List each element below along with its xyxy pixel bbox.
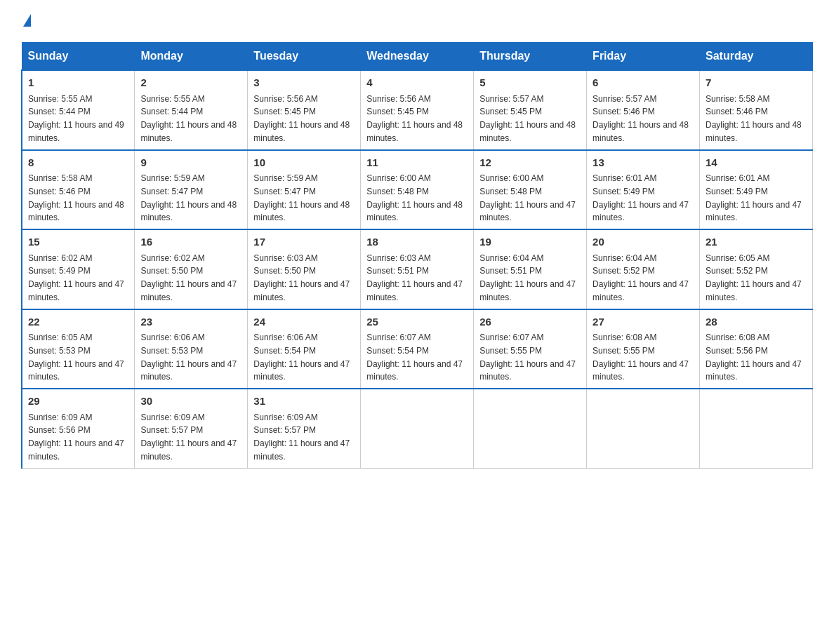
calendar-cell: 15Sunrise: 6:02 AMSunset: 5:49 PMDayligh… bbox=[22, 229, 135, 309]
calendar-cell: 27Sunrise: 6:08 AMSunset: 5:55 PMDayligh… bbox=[587, 309, 700, 389]
day-number: 9 bbox=[140, 155, 241, 171]
calendar-cell: 22Sunrise: 6:05 AMSunset: 5:53 PMDayligh… bbox=[22, 309, 135, 389]
day-info: Sunrise: 5:55 AMSunset: 5:44 PMDaylight:… bbox=[28, 94, 124, 143]
day-info: Sunrise: 6:04 AMSunset: 5:51 PMDaylight:… bbox=[479, 253, 576, 302]
day-info: Sunrise: 5:58 AMSunset: 5:46 PMDaylight:… bbox=[706, 94, 802, 143]
calendar-cell bbox=[474, 389, 587, 468]
day-info: Sunrise: 5:57 AMSunset: 5:45 PMDaylight:… bbox=[479, 94, 576, 143]
calendar-cell: 29Sunrise: 6:09 AMSunset: 5:56 PMDayligh… bbox=[22, 389, 135, 468]
calendar-cell bbox=[700, 389, 813, 468]
day-number: 22 bbox=[28, 314, 128, 330]
day-info: Sunrise: 6:03 AMSunset: 5:51 PMDaylight:… bbox=[366, 253, 463, 302]
calendar-cell: 30Sunrise: 6:09 AMSunset: 5:57 PMDayligh… bbox=[135, 389, 248, 468]
calendar-cell bbox=[587, 389, 700, 468]
day-number: 5 bbox=[479, 75, 581, 91]
day-number: 4 bbox=[366, 75, 468, 91]
day-number: 10 bbox=[253, 155, 355, 171]
day-number: 25 bbox=[366, 314, 468, 330]
day-info: Sunrise: 6:03 AMSunset: 5:50 PMDaylight:… bbox=[253, 253, 350, 302]
day-info: Sunrise: 5:55 AMSunset: 5:44 PMDaylight:… bbox=[140, 94, 237, 143]
day-number: 24 bbox=[253, 314, 355, 330]
calendar-cell: 14Sunrise: 6:01 AMSunset: 5:49 PMDayligh… bbox=[700, 150, 813, 230]
day-number: 26 bbox=[479, 314, 581, 330]
col-header-wednesday: Wednesday bbox=[361, 43, 474, 71]
day-number: 17 bbox=[253, 234, 355, 250]
day-info: Sunrise: 6:07 AMSunset: 5:54 PMDaylight:… bbox=[366, 333, 463, 382]
col-header-thursday: Thursday bbox=[474, 43, 587, 71]
day-info: Sunrise: 5:56 AMSunset: 5:45 PMDaylight:… bbox=[366, 94, 463, 143]
day-number: 14 bbox=[706, 155, 807, 171]
day-info: Sunrise: 6:05 AMSunset: 5:52 PMDaylight:… bbox=[706, 253, 802, 302]
day-number: 3 bbox=[253, 75, 355, 91]
col-header-tuesday: Tuesday bbox=[248, 43, 361, 71]
day-info: Sunrise: 5:56 AMSunset: 5:45 PMDaylight:… bbox=[253, 94, 350, 143]
day-info: Sunrise: 6:09 AMSunset: 5:57 PMDaylight:… bbox=[140, 412, 237, 462]
day-number: 8 bbox=[28, 155, 128, 171]
col-header-sunday: Sunday bbox=[22, 43, 135, 71]
day-number: 15 bbox=[28, 234, 128, 250]
day-info: Sunrise: 6:02 AMSunset: 5:50 PMDaylight:… bbox=[140, 253, 237, 302]
calendar-cell: 18Sunrise: 6:03 AMSunset: 5:51 PMDayligh… bbox=[361, 229, 474, 309]
col-header-friday: Friday bbox=[587, 43, 700, 71]
day-number: 31 bbox=[253, 394, 355, 410]
page-header bbox=[21, 14, 813, 28]
day-number: 23 bbox=[140, 314, 241, 330]
logo bbox=[21, 14, 31, 28]
day-info: Sunrise: 6:09 AMSunset: 5:57 PMDaylight:… bbox=[253, 412, 350, 462]
day-info: Sunrise: 6:01 AMSunset: 5:49 PMDaylight:… bbox=[706, 173, 802, 222]
calendar-cell: 10Sunrise: 5:59 AMSunset: 5:47 PMDayligh… bbox=[248, 150, 361, 230]
day-number: 30 bbox=[140, 394, 241, 410]
calendar-cell: 19Sunrise: 6:04 AMSunset: 5:51 PMDayligh… bbox=[474, 229, 587, 309]
calendar-cell: 5Sunrise: 5:57 AMSunset: 5:45 PMDaylight… bbox=[474, 70, 587, 150]
day-number: 18 bbox=[366, 234, 468, 250]
day-number: 7 bbox=[706, 75, 807, 91]
calendar-cell: 16Sunrise: 6:02 AMSunset: 5:50 PMDayligh… bbox=[135, 229, 248, 309]
day-info: Sunrise: 6:02 AMSunset: 5:49 PMDaylight:… bbox=[28, 253, 124, 302]
calendar-cell: 31Sunrise: 6:09 AMSunset: 5:57 PMDayligh… bbox=[248, 389, 361, 468]
day-info: Sunrise: 6:08 AMSunset: 5:55 PMDaylight:… bbox=[593, 333, 689, 382]
day-info: Sunrise: 5:57 AMSunset: 5:46 PMDaylight:… bbox=[593, 94, 689, 143]
calendar-cell: 20Sunrise: 6:04 AMSunset: 5:52 PMDayligh… bbox=[587, 229, 700, 309]
day-info: Sunrise: 6:05 AMSunset: 5:53 PMDaylight:… bbox=[28, 333, 124, 382]
calendar-cell: 17Sunrise: 6:03 AMSunset: 5:50 PMDayligh… bbox=[248, 229, 361, 309]
calendar-cell: 8Sunrise: 5:58 AMSunset: 5:46 PMDaylight… bbox=[22, 150, 135, 230]
calendar-cell: 24Sunrise: 6:06 AMSunset: 5:54 PMDayligh… bbox=[248, 309, 361, 389]
day-number: 29 bbox=[28, 394, 128, 410]
day-number: 20 bbox=[593, 234, 694, 250]
calendar-cell: 25Sunrise: 6:07 AMSunset: 5:54 PMDayligh… bbox=[361, 309, 474, 389]
col-header-saturday: Saturday bbox=[700, 43, 813, 71]
day-number: 11 bbox=[366, 155, 468, 171]
calendar-cell: 6Sunrise: 5:57 AMSunset: 5:46 PMDaylight… bbox=[587, 70, 700, 150]
day-info: Sunrise: 6:09 AMSunset: 5:56 PMDaylight:… bbox=[28, 412, 124, 462]
day-number: 12 bbox=[479, 155, 581, 171]
calendar-cell: 2Sunrise: 5:55 AMSunset: 5:44 PMDaylight… bbox=[135, 70, 248, 150]
calendar-cell: 23Sunrise: 6:06 AMSunset: 5:53 PMDayligh… bbox=[135, 309, 248, 389]
day-info: Sunrise: 6:00 AMSunset: 5:48 PMDaylight:… bbox=[479, 173, 576, 222]
day-number: 19 bbox=[479, 234, 581, 250]
calendar-cell: 1Sunrise: 5:55 AMSunset: 5:44 PMDaylight… bbox=[22, 70, 135, 150]
day-info: Sunrise: 6:01 AMSunset: 5:49 PMDaylight:… bbox=[593, 173, 689, 222]
day-number: 13 bbox=[593, 155, 694, 171]
calendar-cell: 28Sunrise: 6:08 AMSunset: 5:56 PMDayligh… bbox=[700, 309, 813, 389]
day-number: 2 bbox=[140, 75, 241, 91]
calendar-cell: 12Sunrise: 6:00 AMSunset: 5:48 PMDayligh… bbox=[474, 150, 587, 230]
calendar-cell: 7Sunrise: 5:58 AMSunset: 5:46 PMDaylight… bbox=[700, 70, 813, 150]
day-info: Sunrise: 5:59 AMSunset: 5:47 PMDaylight:… bbox=[140, 173, 237, 222]
day-info: Sunrise: 6:06 AMSunset: 5:53 PMDaylight:… bbox=[140, 333, 237, 382]
day-number: 16 bbox=[140, 234, 241, 250]
calendar-cell: 4Sunrise: 5:56 AMSunset: 5:45 PMDaylight… bbox=[361, 70, 474, 150]
calendar-cell: 13Sunrise: 6:01 AMSunset: 5:49 PMDayligh… bbox=[587, 150, 700, 230]
calendar-cell: 11Sunrise: 6:00 AMSunset: 5:48 PMDayligh… bbox=[361, 150, 474, 230]
day-info: Sunrise: 5:59 AMSunset: 5:47 PMDaylight:… bbox=[253, 173, 350, 222]
day-number: 1 bbox=[28, 75, 128, 91]
col-header-monday: Monday bbox=[135, 43, 248, 71]
day-info: Sunrise: 6:06 AMSunset: 5:54 PMDaylight:… bbox=[253, 333, 350, 382]
calendar-cell bbox=[361, 389, 474, 468]
day-info: Sunrise: 6:04 AMSunset: 5:52 PMDaylight:… bbox=[593, 253, 689, 302]
day-number: 6 bbox=[593, 75, 694, 91]
day-number: 27 bbox=[593, 314, 694, 330]
day-info: Sunrise: 6:08 AMSunset: 5:56 PMDaylight:… bbox=[706, 333, 802, 382]
day-info: Sunrise: 6:00 AMSunset: 5:48 PMDaylight:… bbox=[366, 173, 463, 222]
day-info: Sunrise: 5:58 AMSunset: 5:46 PMDaylight:… bbox=[28, 173, 124, 222]
calendar-cell: 21Sunrise: 6:05 AMSunset: 5:52 PMDayligh… bbox=[700, 229, 813, 309]
